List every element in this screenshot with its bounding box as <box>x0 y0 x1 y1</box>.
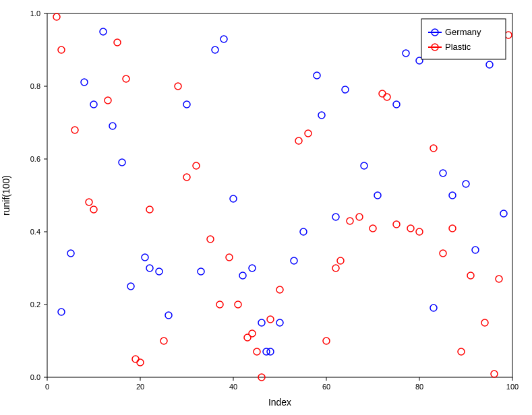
y-axis: 0.0 0.2 0.4 0.6 0.8 1.0 <box>30 9 47 381</box>
y-tick-04: 0.4 <box>30 228 40 236</box>
y-tick-0: 0.0 <box>30 373 40 381</box>
x-tick-100: 100 <box>506 383 519 391</box>
legend-plastic-label: Plastic <box>445 42 471 52</box>
x-tick-20: 20 <box>136 383 144 391</box>
x-tick-60: 60 <box>322 383 330 391</box>
plot-area <box>47 13 512 377</box>
legend-germany-label: Germany <box>445 27 481 37</box>
y-tick-06: 0.6 <box>30 155 40 163</box>
legend-box <box>421 19 506 59</box>
x-tick-80: 80 <box>415 383 423 391</box>
y-tick-10: 1.0 <box>30 9 40 18</box>
y-tick-08: 0.8 <box>30 82 40 90</box>
scatter-plot: 0.0 0.2 0.4 0.6 0.8 1.0 0 20 40 60 80 <box>0 0 532 415</box>
y-axis-label: runif(100) <box>1 175 11 216</box>
x-axis-label: Index <box>268 397 291 408</box>
x-axis: 0 20 40 60 80 100 <box>45 377 519 391</box>
chart-container: 0.0 0.2 0.4 0.6 0.8 1.0 0 20 40 60 80 <box>0 0 532 415</box>
x-tick-0: 0 <box>45 383 49 391</box>
y-tick-02: 0.2 <box>30 300 40 309</box>
x-tick-40: 40 <box>229 383 237 391</box>
